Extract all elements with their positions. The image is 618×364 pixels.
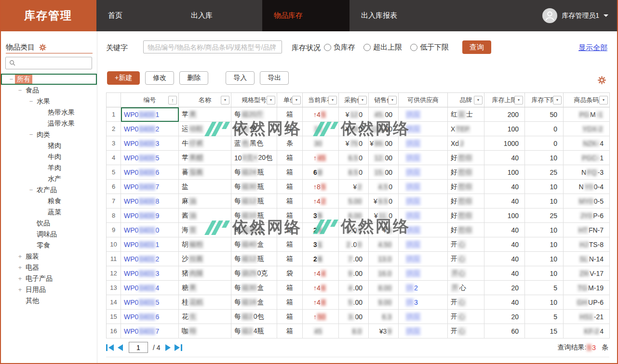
cell-stock[interactable]: ↑85: [303, 180, 339, 194]
cell-unit[interactable]: 箱: [277, 107, 303, 122]
cell-buy[interactable]: 9.00: [339, 266, 369, 281]
cell-brand[interactable]: 开心: [448, 281, 484, 295]
cell-unit[interactable]: 箱: [277, 151, 303, 165]
cell-up[interactable]: 40: [484, 252, 525, 266]
cell-id[interactable]: WP004002: [121, 122, 179, 136]
cell-bar[interactable]: ZRV-17: [564, 266, 610, 281]
tree-item-服装[interactable]: +服装: [1, 251, 97, 262]
new-button[interactable]: +新建: [107, 71, 140, 85]
cell-sell[interactable]: 13.0: [369, 252, 399, 266]
cell-id[interactable]: WP004012: [121, 252, 179, 266]
tree-item-零食[interactable]: 零食: [1, 240, 97, 251]
cell-low[interactable]: 0: [525, 136, 564, 151]
cell-low[interactable]: 10: [525, 295, 564, 310]
cell-sell[interactable]: 12.00: [369, 151, 399, 165]
table-row[interactable]: 1WP004001苹果每箱20斤箱↑45¥12045.00供应红富士20050P…: [107, 107, 610, 122]
table-row[interactable]: 6WP004007盐每箱30瓶箱↑85¥24.50供应好想你4010NY00-4: [107, 180, 610, 194]
table-row[interactable]: 10WP004011胡椒粉每箱40盒箱312.004.50供应开心4010HJT…: [107, 237, 610, 252]
cell-unit[interactable]: 箱: [277, 324, 303, 338]
cell-sell[interactable]: ¥129.00: [369, 122, 399, 136]
cell-unit[interactable]: 件: [277, 122, 303, 136]
cell-stock[interactable]: 35: [303, 208, 339, 223]
cell-bar[interactable]: TGM-19: [564, 281, 610, 295]
cell-id[interactable]: WP004016: [121, 310, 179, 324]
cell-unit[interactable]: 箱: [277, 281, 303, 295]
cell-name[interactable]: 海苔: [179, 223, 231, 237]
tree-item-调味品[interactable]: 调味品: [1, 229, 97, 240]
tree-item-水产[interactable]: 水产: [1, 173, 97, 184]
cell-low[interactable]: 10: [525, 252, 564, 266]
cell-stock[interactable]: 45: [303, 324, 339, 338]
cell-sup[interactable]: 供应: [399, 310, 448, 324]
cell-low[interactable]: 10: [525, 151, 564, 165]
cell-unit[interactable]: 箱: [277, 194, 303, 208]
cell-sell[interactable]: ¥9.50: [369, 194, 399, 208]
cell-low[interactable]: 5: [525, 281, 564, 295]
cell-unit[interactable]: 箱: [277, 252, 303, 266]
collapse-icon[interactable]: −: [8, 76, 15, 83]
cell-buy[interactable]: 3.00: [339, 223, 369, 237]
tree-item-肉类[interactable]: −肉类: [1, 129, 97, 140]
cell-name[interactable]: 运动鞋: [179, 122, 231, 136]
cell-sup[interactable]: 供应: [399, 122, 448, 136]
cell-up[interactable]: 200: [484, 107, 525, 122]
delete-button[interactable]: 删除: [179, 71, 208, 85]
cell-stock[interactable]: 26: [303, 252, 339, 266]
cell-sell[interactable]: ¥99.00: [369, 136, 399, 151]
cell-bar[interactable]: PGM-1: [564, 107, 610, 122]
filter-dropdown-icon[interactable]: ▾: [358, 96, 367, 104]
cell-brand[interactable]: 好想你: [448, 208, 484, 223]
cell-spec[interactable]: 每袋250克: [231, 266, 277, 281]
cell-spec[interactable]: 每箱12瓶: [231, 252, 277, 266]
table-row[interactable]: 16WP004017咖啡每箱24瓶箱458.0¥39供应开心6015KF-24: [107, 324, 610, 338]
cell-sup[interactable]: 供应: [399, 136, 448, 151]
cell-brand[interactable]: 开心: [448, 266, 484, 281]
cell-buy[interactable]: ¥2: [339, 180, 369, 194]
export-button[interactable]: 导出: [260, 71, 289, 85]
radio-input[interactable]: [363, 44, 371, 51]
table-row[interactable]: 5WP004006蕃茄酱每箱24瓶箱608.5015.00供应好想你10025N…: [107, 165, 610, 180]
cell-up[interactable]: 20: [484, 310, 525, 324]
cell-up[interactable]: 40: [484, 151, 525, 165]
next-page-button[interactable]: [165, 344, 171, 351]
cell-sup[interactable]: 供3: [399, 295, 448, 310]
cell-id[interactable]: WP004011: [121, 237, 179, 252]
cell-spec[interactable]: 蓝色黑色: [231, 136, 277, 151]
cell-stock[interactable]: ↑45: [303, 151, 339, 165]
cell-unit[interactable]: 袋: [277, 266, 303, 281]
tree-item-农产品[interactable]: −农产品: [1, 184, 97, 195]
cell-unit[interactable]: 箱: [277, 165, 303, 180]
cell-bar[interactable]: NFQ-3: [564, 165, 610, 180]
tree-item-牛肉[interactable]: 牛肉: [1, 151, 97, 162]
cell-bar[interactable]: SLN-14: [564, 252, 610, 266]
cell-bar[interactable]: KF-24: [564, 324, 610, 338]
cell-up[interactable]: 20: [484, 281, 525, 295]
stock-status-option-负库存[interactable]: 负库存: [324, 43, 355, 52]
tree-item-食品[interactable]: −食品: [1, 85, 97, 96]
cell-brand[interactable]: 好想你: [448, 165, 484, 180]
keyword-input[interactable]: [143, 40, 282, 53]
nav-tab-item-inventory[interactable]: 物品库存: [262, 0, 349, 31]
collapse-icon[interactable]: −: [27, 98, 35, 105]
cell-bar[interactable]: HTFN-7: [564, 223, 610, 237]
gear-icon[interactable]: [39, 44, 46, 51]
cell-up[interactable]: 40: [484, 194, 525, 208]
last-page-button[interactable]: [175, 344, 182, 351]
tree-item-温带水果[interactable]: 温带水果: [1, 118, 97, 129]
cell-bar[interactable]: NY00-4: [564, 180, 610, 194]
cell-spec[interactable]: 每箱30盒: [231, 281, 277, 295]
cell-low[interactable]: 10: [525, 180, 564, 194]
table-row[interactable]: 15WP004016花生每箱20包箱↑503.006.3供应开心205HS1-2…: [107, 310, 610, 324]
cell-id[interactable]: WP004007: [121, 180, 179, 194]
tree-item-电器[interactable]: +电器: [1, 262, 97, 273]
cell-name[interactable]: 花生: [179, 310, 231, 324]
filter-dropdown-icon[interactable]: ▾: [553, 96, 562, 104]
cell-unit[interactable]: 箱: [277, 237, 303, 252]
cell-buy[interactable]: 6.00: [339, 208, 369, 223]
tree-item-猪肉[interactable]: 猪肉: [1, 140, 97, 151]
tree-item-饮品[interactable]: 饮品: [1, 218, 97, 229]
cell-stock[interactable]: 60: [303, 165, 339, 180]
cell-name[interactable]: 糖果: [179, 281, 231, 295]
cell-spec[interactable]: 每箱12瓶: [231, 194, 277, 208]
cell-buy[interactable]: 5.00: [339, 194, 369, 208]
